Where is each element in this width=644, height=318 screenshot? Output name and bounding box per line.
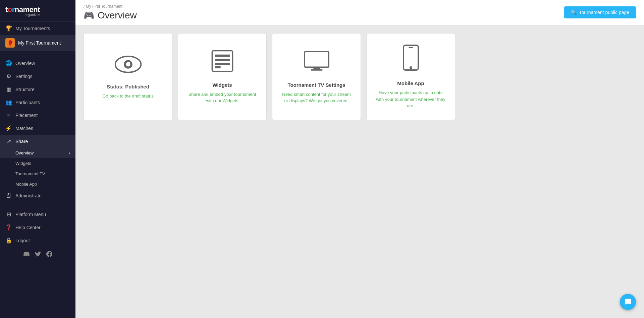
- page-header: / My First Tournament 🎮 Overview 🔍 Tourn…: [75, 0, 644, 25]
- divider-1: [0, 54, 75, 54]
- overview-label: Overview: [15, 61, 35, 66]
- sub-widgets-label: Widgets: [15, 161, 31, 166]
- administrate-icon: 🗄: [5, 193, 12, 199]
- sidebar-item-settings[interactable]: ⚙ Settings: [0, 70, 75, 83]
- sub-item-indicator: Overview ›: [15, 150, 70, 155]
- overview-icon: 🌐: [5, 60, 12, 66]
- divider-2: [0, 205, 75, 205]
- search-icon: 🔍: [571, 10, 577, 15]
- help-label: Help Center: [15, 225, 41, 230]
- svg-rect-11: [311, 69, 322, 71]
- sub-mobile-label: Mobile App: [15, 182, 37, 187]
- sidebar-sub-item-widgets[interactable]: Widgets: [0, 158, 75, 169]
- sidebar-item-matches[interactable]: ⚡ Matches: [0, 122, 75, 135]
- chevron-right-icon: ›: [69, 151, 70, 155]
- widgets-icon: [211, 49, 234, 76]
- breadcrumb: / My First Tournament: [84, 4, 137, 9]
- card-tv-subtitle: Need smart content for your stream or di…: [280, 91, 353, 104]
- logout-label: Logout: [15, 238, 30, 243]
- main-content: / My First Tournament 🎮 Overview 🔍 Tourn…: [75, 0, 644, 318]
- sidebar-social: [0, 247, 75, 262]
- sidebar-item-administrate[interactable]: 🗄 Administrate: [0, 189, 75, 202]
- svg-rect-5: [215, 55, 230, 57]
- card-widgets-title: Widgets: [212, 82, 232, 88]
- content-area: Status: Published Go back to the draft s…: [75, 25, 644, 318]
- sidebar-item-participants[interactable]: 👥 Participants: [0, 96, 75, 109]
- facebook-icon[interactable]: [46, 251, 52, 258]
- sidebar-item-share[interactable]: ↗ Share: [0, 135, 75, 148]
- cards-row: Status: Published Go back to the draft s…: [84, 33, 636, 120]
- breadcrumb-separator: /: [84, 4, 85, 9]
- sub-overview-label: Overview: [15, 150, 34, 155]
- tournament-public-button[interactable]: 🔍 Tournament public page: [564, 6, 636, 18]
- tournament-public-label: Tournament public page: [579, 10, 629, 15]
- twitter-icon[interactable]: [35, 251, 41, 258]
- sidebar-logo: tornament organizer: [0, 0, 75, 22]
- card-status[interactable]: Status: Published Go back to the draft s…: [84, 33, 172, 120]
- card-mobile-title: Mobile App: [397, 80, 424, 86]
- card-tv-title: Toornament TV Settings: [287, 82, 345, 88]
- card-widgets[interactable]: Widgets Share and embed your tournament …: [178, 33, 267, 120]
- card-tv[interactable]: Toornament TV Settings Need smart conten…: [272, 33, 361, 120]
- share-label: Share: [15, 139, 28, 144]
- matches-label: Matches: [15, 126, 33, 131]
- svg-rect-13: [409, 47, 413, 48]
- svg-rect-12: [404, 45, 418, 70]
- sub-tv-label: Toornament TV: [15, 171, 45, 176]
- matches-icon: ⚡: [5, 125, 12, 131]
- structure-icon: ▦: [5, 86, 12, 92]
- header-left: / My First Tournament 🎮 Overview: [84, 4, 137, 21]
- administrate-label: Administrate: [15, 193, 42, 198]
- card-mobile[interactable]: Mobile App Have your participants up to …: [366, 33, 455, 120]
- sidebar-item-logout[interactable]: 🔒 Logout: [0, 234, 75, 247]
- svg-rect-10: [313, 67, 320, 69]
- sidebar-sub-item-mobile[interactable]: Mobile App: [0, 179, 75, 189]
- sidebar-item-placement[interactable]: ≡ Placement: [0, 109, 75, 122]
- platform-menu-label: Platform Menu: [15, 212, 46, 217]
- svg-point-14: [410, 66, 412, 69]
- sidebar-item-help[interactable]: ❓ Help Center: [0, 221, 75, 234]
- placement-label: Placement: [15, 113, 38, 118]
- mobile-icon: [402, 44, 419, 74]
- structure-label: Structure: [15, 87, 35, 92]
- lock-icon: 🔒: [5, 237, 12, 244]
- chat-button[interactable]: [620, 294, 636, 310]
- sidebar-sub-item-overview[interactable]: Overview ›: [0, 148, 75, 158]
- card-status-subtitle: Go back to the draft status: [102, 93, 153, 100]
- share-icon: ↗: [5, 138, 12, 144]
- help-icon: ❓: [5, 224, 12, 231]
- svg-rect-8: [215, 66, 221, 68]
- participants-label: Participants: [15, 100, 40, 105]
- participants-icon: 👥: [5, 99, 12, 106]
- sidebar-sub-item-tv[interactable]: Toornament TV: [0, 169, 75, 179]
- svg-rect-9: [305, 52, 329, 67]
- sidebar-item-structure[interactable]: ▦ Structure: [0, 83, 75, 96]
- my-tournaments-label: My Tournaments: [15, 26, 50, 31]
- card-status-title: Status: Published: [107, 84, 149, 89]
- settings-icon: ⚙: [5, 73, 12, 79]
- svg-rect-7: [215, 63, 230, 65]
- grid-icon: ⊞: [5, 211, 12, 217]
- placement-icon: ≡: [5, 112, 12, 118]
- card-mobile-subtitle: Have your participants up to date with y…: [375, 89, 447, 109]
- sidebar-item-platform-menu[interactable]: ⊞ Platform Menu: [0, 208, 75, 221]
- monitor-icon: [303, 49, 330, 76]
- tournament-name: My First Tournament: [18, 40, 61, 46]
- trophy-icon: 🏆: [5, 25, 12, 31]
- card-widgets-subtitle: Share and embed your tournament with our…: [186, 91, 258, 104]
- sidebar-item-tournament[interactable]: 🥊 My First Tournament: [0, 35, 75, 51]
- page-title: Overview: [98, 10, 137, 21]
- tournament-icon: 🥊: [5, 38, 15, 48]
- svg-point-3: [128, 62, 130, 64]
- sidebar: tornament organizer 🏆 My Tournaments 🥊 M…: [0, 0, 75, 318]
- breadcrumb-tournament: My First Tournament: [86, 4, 122, 9]
- logo-text: tornament: [5, 6, 40, 13]
- page-title-row: 🎮 Overview: [84, 10, 137, 21]
- sidebar-item-my-tournaments[interactable]: 🏆 My Tournaments: [0, 22, 75, 35]
- settings-label: Settings: [15, 74, 33, 79]
- eye-icon: [115, 54, 142, 78]
- svg-rect-6: [215, 59, 230, 61]
- page-title-icon: 🎮: [84, 10, 94, 21]
- discord-icon[interactable]: [23, 251, 30, 258]
- sidebar-item-overview[interactable]: 🌐 Overview: [0, 57, 75, 70]
